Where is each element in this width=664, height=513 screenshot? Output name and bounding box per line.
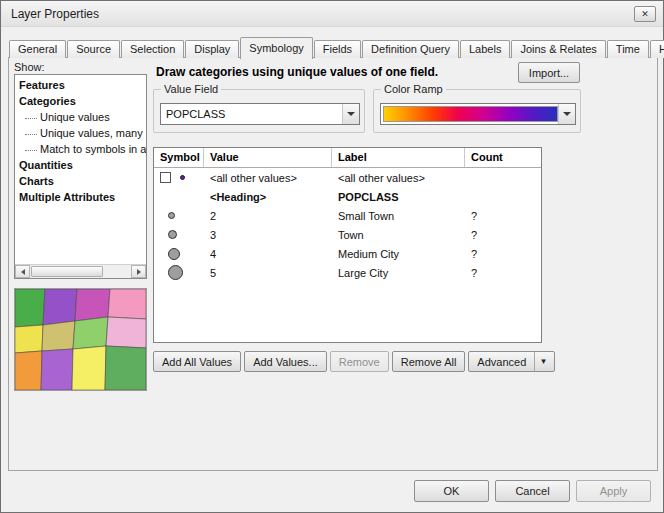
remove-button[interactable]: Remove	[330, 351, 389, 372]
count-cell: ?	[465, 248, 541, 260]
symbol-cell	[154, 263, 204, 282]
scroll-right-icon	[137, 269, 141, 275]
import-button[interactable]: Import...	[518, 62, 580, 83]
show-tree-box: FeaturesCategoriesUnique valuesUnique va…	[14, 74, 147, 279]
value-cell: 4	[204, 248, 332, 260]
map-polygon	[73, 317, 108, 349]
add-values-button[interactable]: Add Values...	[244, 351, 327, 372]
show-item-match-to-symbols-in-a[interactable]: Match to symbols in a	[15, 141, 146, 157]
chevron-down-icon	[563, 112, 571, 116]
value-field-selected: POPCLASS	[161, 108, 342, 120]
map-polygon	[15, 289, 45, 327]
button-label: Add All Values	[162, 356, 232, 368]
scroll-right-button[interactable]	[131, 265, 146, 278]
advanced-button[interactable]: Advanced▾	[468, 351, 554, 372]
color-ramp-combobox[interactable]	[380, 103, 576, 125]
show-item-label: Unique values, many	[40, 127, 143, 139]
show-item-unique-values-many[interactable]: Unique values, many	[15, 125, 146, 141]
map-polygon	[72, 346, 106, 390]
close-button[interactable]: ✕	[634, 6, 656, 22]
remove-all-button[interactable]: Remove All	[392, 351, 466, 372]
tab-selection[interactable]: Selection	[121, 40, 184, 58]
tab-source[interactable]: Source	[67, 40, 120, 58]
label-cell: POPCLASS	[332, 191, 465, 203]
tab-symbology[interactable]: Symbology	[240, 37, 312, 59]
button-label: Remove	[339, 356, 380, 368]
value-field-group: Value Field POPCLASS	[153, 89, 365, 133]
color-ramp-preview	[383, 106, 558, 122]
show-item-features[interactable]: Features	[15, 77, 146, 93]
show-item-multiple-attributes[interactable]: Multiple Attributes	[15, 189, 146, 205]
column-header-symbol: Symbol	[154, 148, 204, 167]
footer-button-row: OKCancelApply	[414, 480, 651, 502]
titlebar[interactable]: Layer Properties ✕	[1, 1, 663, 27]
value-cell: 2	[204, 210, 332, 222]
chevron-down-icon	[347, 112, 355, 116]
value-cell: <all other values>	[204, 172, 332, 184]
label-cell: Town	[332, 229, 465, 241]
tree-horizontal-scrollbar[interactable]	[15, 264, 146, 278]
symbology-preview	[14, 288, 147, 391]
tab-display[interactable]: Display	[185, 40, 239, 58]
map-polygon	[106, 317, 146, 348]
table-row[interactable]: 5Large City?	[154, 263, 541, 282]
show-item-label: Categories	[19, 95, 76, 107]
all-other-values-checkbox[interactable]	[160, 172, 171, 183]
show-item-charts[interactable]: Charts	[15, 173, 146, 189]
tab-general[interactable]: General	[9, 40, 66, 58]
tab-labels[interactable]: Labels	[460, 40, 510, 58]
symbol-cell	[154, 187, 204, 206]
map-polygon	[15, 325, 43, 353]
dropdown-arrow-icon: ▾	[534, 352, 546, 371]
value-cell: <Heading>	[204, 191, 332, 203]
value-field-combobox[interactable]: POPCLASS	[160, 103, 360, 125]
layer-properties-dialog: Layer Properties ✕ GeneralSourceSelectio…	[0, 0, 664, 513]
label-cell: Medium City	[332, 248, 465, 260]
table-row[interactable]: <Heading>POPCLASS	[154, 187, 541, 206]
label-cell: Small Town	[332, 210, 465, 222]
tab-fields[interactable]: Fields	[314, 40, 361, 58]
map-polygon	[42, 321, 75, 351]
value-field-dropdown-button[interactable]	[342, 104, 359, 124]
tab-html-popup[interactable]: HTML Popup	[650, 40, 664, 58]
show-tree: FeaturesCategoriesUnique valuesUnique va…	[15, 77, 146, 205]
add-all-values-button[interactable]: Add All Values	[153, 351, 241, 372]
tree-connector-icon	[25, 150, 37, 151]
point-symbol-icon	[168, 265, 183, 280]
table-row[interactable]: <all other values><all other values>	[154, 168, 541, 187]
show-item-quantities[interactable]: Quantities	[15, 157, 146, 173]
show-item-unique-values[interactable]: Unique values	[15, 109, 146, 125]
map-polygon	[43, 289, 77, 325]
point-symbol-icon	[168, 248, 180, 260]
panel-description: Draw categories using unique values of o…	[156, 65, 438, 79]
show-item-categories[interactable]: Categories	[15, 93, 146, 109]
table-row[interactable]: 2Small Town?	[154, 206, 541, 225]
tab-joins-relates[interactable]: Joins & Relates	[511, 40, 605, 58]
tree-connector-icon	[25, 134, 37, 135]
scroll-left-button[interactable]	[15, 265, 30, 278]
tab-strip: GeneralSourceSelectionDisplaySymbologyFi…	[9, 37, 664, 58]
table-row[interactable]: 4Medium City?	[154, 244, 541, 263]
scroll-thumb[interactable]	[31, 266, 103, 277]
show-item-label: Match to symbols in a	[40, 143, 146, 155]
tab-definition-query[interactable]: Definition Query	[362, 40, 459, 58]
color-ramp-dropdown-button[interactable]	[558, 104, 575, 124]
table-row[interactable]: 3Town?	[154, 225, 541, 244]
tree-connector-icon	[25, 118, 37, 119]
show-item-label: Multiple Attributes	[19, 191, 115, 203]
symbol-cell	[154, 244, 204, 263]
value-cell: 3	[204, 229, 332, 241]
label-cell: <all other values>	[332, 172, 465, 184]
symbol-cell	[154, 225, 204, 244]
count-cell: ?	[465, 210, 541, 222]
show-item-label: Unique values	[40, 111, 110, 123]
cancel-button[interactable]: Cancel	[495, 480, 570, 502]
show-item-label: Quantities	[19, 159, 73, 171]
apply-button[interactable]: Apply	[576, 480, 651, 502]
show-item-label: Features	[19, 79, 65, 91]
column-header-count: Count	[465, 148, 541, 167]
scroll-track[interactable]	[30, 265, 131, 278]
value-cell: 5	[204, 267, 332, 279]
ok-button[interactable]: OK	[414, 480, 489, 502]
tab-time[interactable]: Time	[607, 40, 649, 58]
